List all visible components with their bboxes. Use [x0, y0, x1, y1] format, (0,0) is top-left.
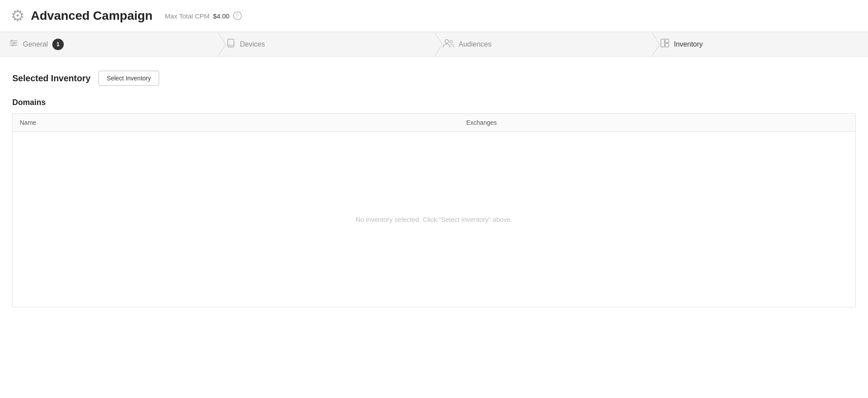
svg-point-5 [12, 44, 14, 47]
selected-inventory-label: Selected Inventory [12, 73, 91, 83]
select-inventory-button[interactable]: Select Inventory [98, 71, 159, 86]
step-audiences-label: Audiences [459, 40, 492, 48]
inventory-table: Name Exchanges No inventory selected. Cl… [12, 113, 856, 308]
cpm-value: $4.00 [213, 12, 230, 20]
step-general-badge: 1 [52, 39, 64, 50]
general-icon [9, 38, 18, 50]
svg-rect-12 [665, 39, 669, 43]
step-general-label: General [23, 40, 48, 48]
cpm-label: Max Total CPM [165, 12, 209, 20]
gear-icon: ⚙ [11, 8, 25, 24]
step-devices-label: Devices [240, 40, 265, 48]
steps-nav: General 1 Devices Audiences [0, 32, 868, 57]
svg-point-9 [445, 40, 449, 43]
svg-rect-13 [665, 43, 669, 47]
svg-rect-6 [228, 39, 234, 47]
page-title: Advanced Campaign [31, 9, 153, 23]
help-icon[interactable]: ? [233, 11, 242, 20]
table-body: No inventory selected. Click "Select Inv… [13, 132, 856, 308]
svg-point-3 [11, 40, 13, 42]
svg-point-8 [230, 46, 231, 47]
inventory-header-row: Selected Inventory Select Inventory [12, 71, 856, 86]
domains-title: Domains [12, 98, 856, 107]
svg-point-10 [450, 40, 452, 43]
svg-point-4 [14, 42, 16, 44]
devices-icon [226, 38, 236, 50]
step-general[interactable]: General 1 [0, 32, 217, 56]
step-inventory[interactable]: Inventory [651, 32, 868, 56]
inventory-icon [660, 38, 670, 50]
svg-rect-11 [661, 39, 664, 47]
table-header: Name Exchanges [13, 114, 856, 132]
step-devices[interactable]: Devices [217, 32, 434, 56]
col-exchanges-header: Exchanges [460, 114, 856, 132]
step-audiences[interactable]: Audiences [434, 32, 651, 56]
table-empty-message: No inventory selected. Click "Select Inv… [13, 132, 856, 308]
step-inventory-label: Inventory [674, 40, 703, 48]
main-content: Selected Inventory Select Inventory Doma… [0, 57, 868, 320]
page-header: ⚙ Advanced Campaign Max Total CPM $4.00 … [0, 0, 868, 32]
table-empty-row: No inventory selected. Click "Select Inv… [13, 132, 856, 308]
col-name-header: Name [13, 114, 460, 132]
audiences-icon [443, 38, 454, 50]
